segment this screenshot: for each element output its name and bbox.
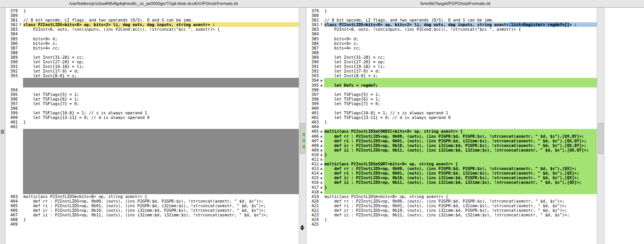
left-diff-pane: 379}380381// 8 bit opcode, LI flags, and… xyxy=(5,8,299,244)
line-text: def ri : P2InstLIDS<op, 0b01, (outs), (i… xyxy=(324,138,597,143)
diff-marker: + xyxy=(319,175,324,180)
left-vertical-scrollbar[interactable] xyxy=(299,8,306,244)
line-text: let TSFlags{7} = 0; xyxy=(23,101,299,106)
line-text xyxy=(23,13,299,18)
line-number: 380 xyxy=(5,13,18,18)
line-number: 383 xyxy=(306,27,319,31)
diff-marker: + xyxy=(319,152,324,157)
line-number: 383 xyxy=(5,27,18,31)
line-number: 395 xyxy=(5,92,18,97)
line-number: 407 xyxy=(5,213,18,217)
left-code-line: 393 let Inst{8-0} = s; xyxy=(5,73,299,78)
diff-marker: + xyxy=(319,129,324,134)
line-text: bits<4> cc; xyxy=(23,46,299,50)
right-code-line: 407+ def ri : P2InstLIDS<op, 0b01, (outs… xyxy=(306,138,597,143)
diff-map-mark xyxy=(1,130,4,134)
line-text: def ii : P2InstLIDS<op, 0b11, (outs), (i… xyxy=(324,213,597,217)
right-code-line: 383 P2Inst<8, outs, !con(inputs, (ins P2… xyxy=(306,27,597,31)
line-text: def rr : P2InstLIDS<op, 0b00, (outs), (i… xyxy=(23,199,299,203)
line-text: } xyxy=(324,185,597,190)
right-code-line: 410+} xyxy=(306,152,597,157)
right-scrollbar-thumb[interactable] xyxy=(598,123,603,154)
line-text: let Inst{19-18} = li; xyxy=(324,64,597,69)
diff-marker xyxy=(18,162,23,166)
line-number: 382 xyxy=(5,22,18,27)
line-text xyxy=(324,222,597,226)
line-number xyxy=(5,180,18,185)
line-text xyxy=(324,157,597,162)
right-code-line: 398 let TSFlags{6} = 1; xyxy=(306,97,597,101)
diff-marker xyxy=(319,97,324,101)
left-code-line: 389 let Inst{31-28} = cc; xyxy=(5,55,299,59)
diff-marker xyxy=(18,8,23,13)
line-number: 389 xyxy=(306,55,319,59)
line-text xyxy=(324,50,597,55)
diff-marker xyxy=(18,217,23,222)
line-text: let Inst{17-9} = d; xyxy=(23,69,299,73)
left-code-line xyxy=(5,190,299,194)
line-text: let TSFlags{5} = 1; xyxy=(324,92,597,97)
line-number: 396 xyxy=(306,87,319,92)
line-number xyxy=(5,185,18,190)
right-code-line: 406+ def rr : P2InstLIDS<op, 0b00, (outs… xyxy=(306,134,597,138)
right-code-area: 379}380381// 8 bit opcode, LI flags, and… xyxy=(306,8,597,226)
left-code-line xyxy=(5,129,299,134)
line-text: let TSFlags{10-8} = 1; // s is always op… xyxy=(324,110,597,115)
line-number: 398 xyxy=(5,106,18,110)
line-text xyxy=(23,129,299,134)
diff-marker xyxy=(18,83,23,87)
left-code-line xyxy=(5,148,299,152)
line-number: 384 xyxy=(5,31,18,36)
left-code-line xyxy=(5,143,299,148)
line-number: 381 xyxy=(306,18,319,22)
line-text xyxy=(23,152,299,157)
line-text: bits<9> d; xyxy=(324,36,597,41)
diff-marker xyxy=(319,203,324,208)
line-text: let Defs = regdef; xyxy=(324,83,597,87)
diff-marker xyxy=(319,101,324,106)
line-text: } xyxy=(23,8,299,13)
diff-overview-map[interactable] xyxy=(0,8,5,244)
diff-marker xyxy=(319,110,324,115)
line-number: 391 xyxy=(5,64,18,69)
line-text: multiclass P2InstLIDSmCORDIC<bits<8> op,… xyxy=(324,129,597,134)
line-number: 405 xyxy=(5,203,18,208)
right-vertical-scrollbar[interactable] xyxy=(597,8,604,244)
line-text: let Inst{27-20} = op; xyxy=(23,59,299,64)
right-code-line: 415+ def ir : P2InstLIDS<op, 0b10, (outs… xyxy=(306,175,597,180)
right-code-line: 379} xyxy=(306,8,597,13)
line-number: 401 xyxy=(306,110,319,115)
diff-marker xyxy=(319,124,324,129)
right-code-line: 388 xyxy=(306,50,597,55)
line-text xyxy=(23,134,299,138)
right-code-line: 395+ let Defs = regdef; xyxy=(306,83,597,87)
left-code-line: 402 xyxy=(5,124,299,129)
line-text: // 8 bit opcode, LI flags, and two opera… xyxy=(324,18,597,22)
line-number: 419 xyxy=(306,194,319,199)
left-code-line: 391 let Inst{19-18} = li; xyxy=(5,64,299,69)
diff-marker xyxy=(18,180,23,185)
line-number: 400 xyxy=(5,115,18,120)
left-code-line: 403multiclass P2InstLIDSm<bits<8> op, st… xyxy=(5,194,299,199)
line-number xyxy=(5,162,18,166)
right-code-line: 419multiclass P2InstLIDSm<bits<8> op, st… xyxy=(306,194,597,199)
left-code-line: 396 let TSFlags{6} = 1; xyxy=(5,97,299,101)
diff-marker xyxy=(319,213,324,217)
line-text: def rr : P2InstLIDS<op, 0b00, (outs), (i… xyxy=(324,134,597,138)
line-number xyxy=(5,166,18,171)
inline-diff-text: ,list<Register> regdef=[] xyxy=(509,22,569,27)
diff-marker xyxy=(319,27,324,31)
line-number: 379 xyxy=(306,8,319,13)
left-scrollbar-thumb[interactable] xyxy=(300,123,305,154)
right-code-line: 394+ xyxy=(306,78,597,82)
diff-marker xyxy=(18,27,23,31)
line-text xyxy=(23,190,299,194)
line-number: 408 xyxy=(5,217,18,222)
left-code-line: 394 xyxy=(5,87,299,92)
line-text: def rr : P2InstLIDS<op, 0b00, (outs), (i… xyxy=(324,199,597,203)
line-number xyxy=(5,157,18,162)
left-code-line: 392 let Inst{17-9} = d; xyxy=(5,69,299,73)
line-number: 394 xyxy=(306,78,319,82)
diff-marker: + xyxy=(319,180,324,185)
scroll-arrows-icon[interactable] xyxy=(299,223,305,232)
